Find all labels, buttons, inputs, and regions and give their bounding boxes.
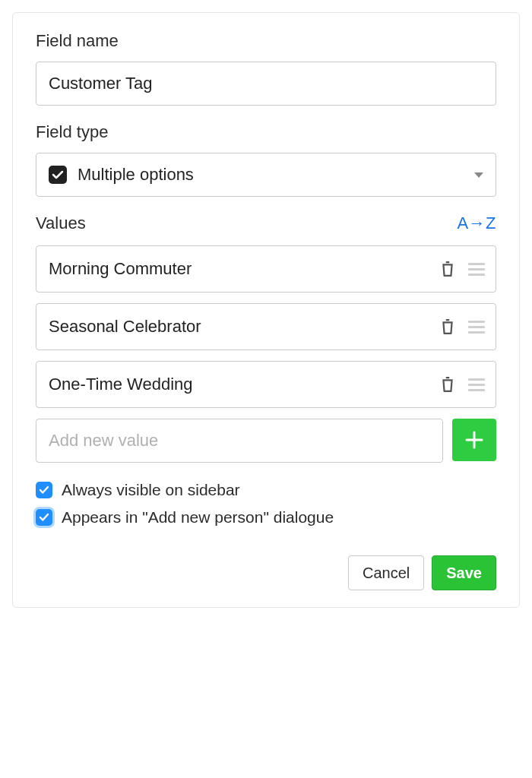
trash-icon[interactable] [436,373,459,396]
value-text[interactable]: Morning Commuter [49,259,432,279]
values-header: Values A→Z [36,213,496,233]
field-type-selected: Multiple options [78,165,474,185]
appears-in-add-checkbox-row: Appears in "Add new person" dialogue [36,508,496,527]
footer-actions: Cancel Save [36,555,496,590]
save-button[interactable]: Save [432,555,496,590]
value-row: One-Time Wedding [36,361,496,408]
value-text[interactable]: Seasonal Celebrator [49,317,432,337]
always-visible-checkbox-row: Always visible on sidebar [36,481,496,499]
check-icon [39,485,49,495]
field-type-select[interactable]: Multiple options [36,153,496,197]
value-text[interactable]: One-Time Wedding [49,375,432,394]
sort-az-link[interactable]: A→Z [457,213,496,233]
field-name-input[interactable] [36,62,496,106]
values-group: Values A→Z Morning Commuter Seasonal Cel… [36,213,496,463]
field-name-label: Field name [36,31,496,51]
check-icon [39,512,49,523]
plus-icon [463,429,486,451]
drag-handle-icon[interactable] [465,258,488,280]
always-visible-checkbox[interactable] [36,482,52,498]
values-label: Values [36,213,86,233]
drag-handle-icon[interactable] [465,373,488,396]
field-type-group: Field type Multiple options [36,122,496,197]
always-visible-label: Always visible on sidebar [62,481,240,499]
add-value-button[interactable] [452,419,496,461]
add-value-input[interactable] [36,419,443,463]
value-row: Seasonal Celebrator [36,303,496,350]
trash-icon[interactable] [436,258,459,280]
appears-in-add-checkbox[interactable] [36,509,52,526]
cancel-button[interactable]: Cancel [348,555,424,590]
drag-handle-icon[interactable] [465,315,488,338]
field-type-label: Field type [36,122,496,142]
chevron-down-icon [474,172,483,178]
appears-in-add-label: Appears in "Add new person" dialogue [62,508,334,527]
value-row: Morning Commuter [36,245,496,293]
checkbox-icon [49,166,67,184]
field-editor-panel: Field name Field type Multiple options V… [12,12,520,608]
add-value-row [36,419,496,463]
trash-icon[interactable] [436,315,459,338]
field-name-group: Field name [36,31,496,106]
